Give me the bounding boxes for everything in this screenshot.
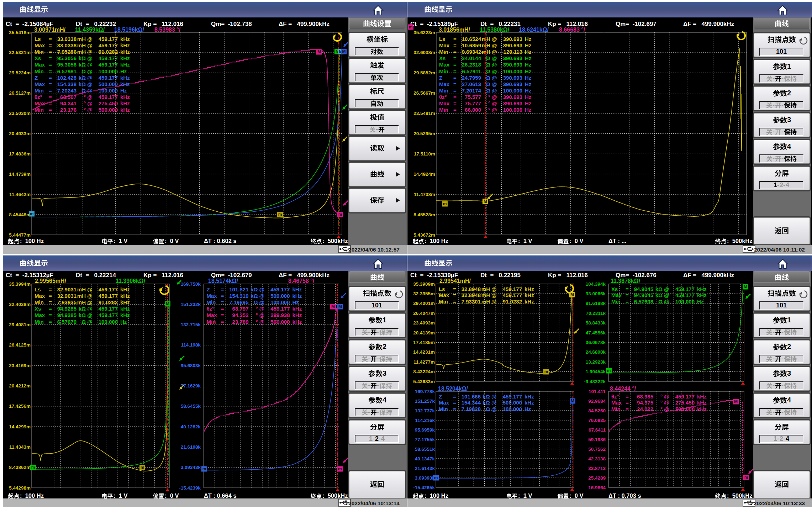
svg-text:275.450: 275.450 <box>675 400 695 406</box>
svg-text:@: @ <box>87 94 93 100</box>
svg-text:100.000: 100.000 <box>503 107 522 113</box>
svg-text:7.93935: 7.93935 <box>57 299 77 305</box>
svg-text:100.000: 100.000 <box>675 299 695 305</box>
svg-text:Min: Min <box>611 406 621 412</box>
svg-text:@: @ <box>491 299 497 305</box>
svg-text:kHz: kHz <box>524 299 534 305</box>
svg-text:40.1282k: 40.1282k <box>181 424 201 429</box>
svg-text:kHz: kHz <box>120 75 130 81</box>
svg-text:kHz: kHz <box>120 42 130 48</box>
svg-text:@: @ <box>87 293 93 299</box>
svg-text:68.985: 68.985 <box>637 394 653 400</box>
svg-text:θz°: θz° <box>35 94 42 100</box>
svg-text:M: M <box>734 399 738 404</box>
svg-text:169.750k: 169.750k <box>181 281 201 287</box>
svg-text:@: @ <box>87 286 93 292</box>
svg-text:mH: mH <box>77 42 86 48</box>
svg-text:68.797: 68.797 <box>232 306 249 312</box>
svg-text:=: = <box>453 394 456 400</box>
svg-text:32.3955m: 32.3955m <box>413 291 435 296</box>
svg-text:459.177: 459.177 <box>503 292 522 298</box>
svg-text:Min: Min <box>207 299 216 305</box>
svg-text:Ls: Ls <box>439 286 445 292</box>
svg-text:@: @ <box>259 312 265 318</box>
svg-text:459.177: 459.177 <box>99 306 118 312</box>
svg-text:94.9045: 94.9045 <box>634 292 653 298</box>
svg-text:m: m <box>30 211 34 216</box>
svg-text:M: M <box>166 301 169 306</box>
svg-text:459.177: 459.177 <box>675 286 695 292</box>
svg-text:=: = <box>453 68 457 74</box>
svg-text:-: - <box>783 181 785 189</box>
svg-text:kΩ: kΩ <box>79 312 86 318</box>
svg-text:67.6411: 67.6411 <box>589 427 606 433</box>
svg-text:kHz: kHz <box>524 286 534 292</box>
svg-text:84.5260: 84.5260 <box>588 408 606 413</box>
svg-text:100.000: 100.000 <box>503 88 522 94</box>
svg-text:kHz: kHz <box>292 306 302 312</box>
svg-text:=: = <box>626 406 629 412</box>
svg-text:33.8713: 33.8713 <box>588 466 606 471</box>
svg-text:Ω: Ω <box>486 62 490 68</box>
svg-text:@: @ <box>87 100 93 106</box>
svg-text:kHz: kHz <box>697 400 707 406</box>
svg-text:24.022: 24.022 <box>637 406 653 412</box>
svg-text:°: ° <box>660 406 663 412</box>
svg-text:=: = <box>626 292 629 298</box>
svg-text:-: - <box>773 408 775 416</box>
svg-text:6.57608: 6.57608 <box>634 299 653 305</box>
svg-text:-: - <box>377 382 379 389</box>
svg-text:kHz: kHz <box>120 100 130 106</box>
svg-text:=: = <box>49 94 52 100</box>
svg-text:=: = <box>453 292 456 298</box>
svg-text:Hz: Hz <box>525 62 531 68</box>
svg-text:kHz: kHz <box>120 36 130 42</box>
svg-text:°: ° <box>488 100 490 106</box>
svg-text:6.57911: 6.57911 <box>462 68 481 74</box>
svg-text:102.428: 102.428 <box>57 75 77 81</box>
svg-text:Ls: Ls <box>35 286 41 292</box>
svg-text:-: - <box>781 408 784 416</box>
svg-text:Min: Min <box>439 406 448 412</box>
svg-text:32.8948: 32.8948 <box>462 292 481 298</box>
svg-text:=: = <box>453 62 457 68</box>
svg-text:Ω: Ω <box>486 88 490 94</box>
svg-text:59.1986: 59.1986 <box>588 437 606 442</box>
svg-text:151.232k: 151.232k <box>181 302 201 307</box>
svg-text:2: 2 <box>780 181 783 189</box>
svg-text:=: = <box>626 394 629 400</box>
svg-text:@: @ <box>259 306 265 312</box>
svg-text:29.5224m: 29.5224m <box>9 70 31 75</box>
svg-text:Ω: Ω <box>253 299 258 305</box>
svg-text:@: @ <box>664 406 669 412</box>
svg-text:101: 101 <box>776 48 787 55</box>
svg-text:11.4738m: 11.4738m <box>414 192 435 197</box>
svg-text:°: ° <box>84 94 86 100</box>
svg-text:@: @ <box>259 286 265 292</box>
svg-text:Ω: Ω <box>81 68 86 74</box>
svg-text:@: @ <box>492 94 497 100</box>
svg-text:93.0066k: 93.0066k <box>586 291 606 296</box>
svg-text:kHz: kHz <box>120 94 130 100</box>
svg-text:Min: Min <box>35 88 44 94</box>
svg-text:Hz: Hz <box>292 299 299 305</box>
svg-text:=: = <box>49 293 52 299</box>
svg-text:=: = <box>626 400 629 406</box>
svg-text:=: = <box>453 94 457 100</box>
svg-text:33.0338: 33.0338 <box>57 42 77 48</box>
svg-text:42.3138: 42.3138 <box>588 456 606 461</box>
svg-text:=: = <box>453 400 456 406</box>
svg-text:=: = <box>221 299 224 305</box>
svg-text:66.000: 66.000 <box>465 107 481 113</box>
svg-text:101: 101 <box>371 302 382 309</box>
svg-text:-: - <box>773 101 775 109</box>
svg-text:91.0282: 91.0282 <box>503 299 522 305</box>
svg-text:169.778k: 169.778k <box>415 389 435 394</box>
svg-text:Hz: Hz <box>524 406 531 412</box>
svg-text:-15.4265k: -15.4265k <box>413 485 435 490</box>
svg-text:11.4642m: 11.4642m <box>9 192 31 197</box>
svg-text:-: - <box>368 382 370 389</box>
svg-text:29.5852m: 29.5852m <box>413 70 435 75</box>
svg-text:@: @ <box>87 42 93 48</box>
svg-text:Hz: Hz <box>525 107 531 113</box>
